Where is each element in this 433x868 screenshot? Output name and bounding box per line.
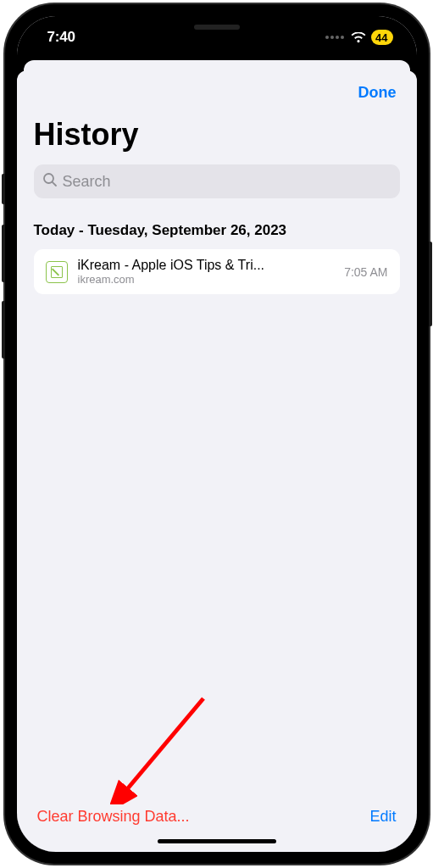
recording-dots-icon — [325, 36, 344, 39]
phone-frame: 7:40 44 Done History — [5, 4, 429, 864]
search-icon — [42, 172, 58, 191]
section-header: Today - Tuesday, September 26, 2023 — [34, 222, 400, 249]
history-row-time: 7:05 AM — [344, 265, 387, 279]
screen: 7:40 44 Done History — [17, 16, 417, 852]
status-right: 44 — [325, 30, 392, 45]
home-indicator[interactable] — [158, 839, 276, 843]
clear-browsing-data-button[interactable]: Clear Browsing Data... — [37, 808, 190, 826]
battery-indicator: 44 — [371, 30, 392, 45]
history-row[interactable]: iKream - Apple iOS Tips & Tri... ikream.… — [34, 249, 400, 294]
search-input[interactable]: Search — [34, 164, 400, 198]
search-placeholder: Search — [63, 173, 111, 191]
done-button[interactable]: Done — [358, 84, 397, 102]
history-row-domain: ikream.com — [78, 273, 335, 286]
page-title: History — [34, 108, 400, 164]
history-row-title: iKream - Apple iOS Tips & Tri... — [78, 258, 335, 273]
mute-switch — [2, 174, 5, 204]
power-button — [429, 242, 432, 326]
volume-down-button — [2, 301, 5, 359]
edit-button[interactable]: Edit — [369, 808, 396, 826]
notch — [128, 16, 306, 45]
bottombar: Clear Browsing Data... Edit — [34, 796, 400, 832]
volume-up-button — [2, 225, 5, 282]
history-row-text: iKream - Apple iOS Tips & Tri... ikream.… — [78, 258, 335, 286]
topbar: Done — [34, 70, 400, 108]
svg-line-1 — [52, 182, 55, 186]
site-favicon-icon — [46, 261, 68, 283]
annotation-arrow-icon — [110, 694, 212, 804]
sheet-background: Done History Search Today - Tuesday, Sep… — [17, 58, 417, 852]
svg-line-2 — [123, 698, 203, 794]
wifi-icon — [351, 31, 366, 43]
history-sheet: Done History Search Today - Tuesday, Sep… — [17, 70, 417, 852]
status-time: 7:40 — [41, 29, 75, 46]
